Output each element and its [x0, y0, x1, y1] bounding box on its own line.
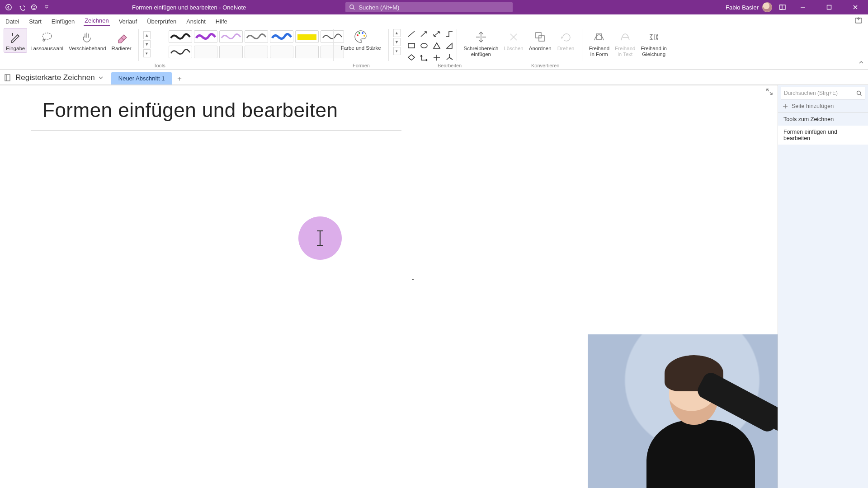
page-list-panel: Seite hinzufügen Tools zum Zeichnen Form…: [778, 85, 868, 488]
page-canvas[interactable]: Formen einfügen und bearbeiten: [0, 85, 778, 488]
add-page-label: Seite hinzufügen: [792, 103, 834, 109]
svg-point-17: [421, 43, 427, 48]
title-underline: [31, 131, 401, 131]
webcam-person: [642, 352, 741, 488]
shape-axes-2d[interactable]: [431, 52, 442, 62]
pen-gallery-up[interactable]: ▲: [143, 31, 151, 39]
btn-schreibbereich-label: Schreibbereich einfügen: [464, 46, 499, 57]
shape-right-triangle[interactable]: [444, 41, 455, 51]
tool-lasso[interactable]: Lassoauswahl: [28, 28, 66, 53]
btn-schreibbereich[interactable]: Schreibbereich einfügen: [462, 28, 501, 59]
page-search[interactable]: [781, 87, 865, 99]
svg-point-9: [42, 33, 52, 39]
back-icon[interactable]: [5, 3, 13, 11]
group-label-konvertieren: Konvertieren: [531, 63, 559, 68]
page-title[interactable]: Formen einfügen und bearbeiten: [42, 99, 338, 122]
add-section-tab[interactable]: ＋: [174, 73, 185, 84]
close-button[interactable]: [845, 0, 865, 14]
pen-gallery-more[interactable]: ▾: [143, 49, 151, 57]
svg-point-3: [34, 6, 35, 7]
pen-1[interactable]: [169, 30, 192, 43]
pen-gallery-down[interactable]: ▼: [143, 40, 151, 48]
collapse-ribbon-icon[interactable]: [858, 59, 864, 67]
shape-arrow[interactable]: [419, 29, 429, 39]
lasso-icon: [39, 29, 55, 45]
shape-ellipse[interactable]: [419, 41, 429, 51]
pen-8[interactable]: [169, 46, 192, 58]
svg-point-2: [33, 6, 33, 7]
avatar: [762, 2, 772, 12]
menu-verlauf[interactable]: Verlauf: [118, 16, 138, 26]
shape-gallery-more[interactable]: ▾: [393, 47, 401, 55]
notebook-picker[interactable]: Registerkarte Zeichnen: [4, 73, 103, 84]
pen-empty-2[interactable]: [219, 46, 243, 58]
shape-elbow[interactable]: [444, 29, 455, 39]
pen-4[interactable]: [245, 30, 268, 43]
account-button[interactable]: Fabio Basler: [726, 2, 772, 12]
btn-anordnen[interactable]: Anordnen: [527, 28, 554, 59]
tool-verschiebehand[interactable]: Verschiebehand: [66, 28, 108, 53]
undo-icon[interactable]: [17, 3, 25, 11]
ribbon-group-konvertieren: Freihand in Form Freihand in Text Freiha…: [583, 26, 673, 70]
global-search-input[interactable]: [359, 4, 509, 11]
global-search[interactable]: [345, 2, 513, 12]
pen-3[interactable]: [219, 30, 243, 43]
pen-empty-3[interactable]: [245, 46, 268, 58]
hand-icon: [80, 29, 95, 45]
btn-freihand-form[interactable]: Freihand in Form: [587, 28, 612, 59]
pen-2[interactable]: [194, 30, 217, 43]
separator: [333, 29, 334, 61]
tool-verschiebehand-label: Verschiebehand: [69, 46, 106, 52]
pen-empty-1[interactable]: [194, 46, 217, 58]
shape-double-arrow[interactable]: [431, 29, 442, 39]
ink-to-shape-icon: [591, 29, 607, 45]
page-search-input[interactable]: [784, 90, 856, 96]
shape-rect[interactable]: [406, 41, 417, 51]
menu-hilfe[interactable]: Hilfe: [215, 16, 228, 26]
svg-point-22: [857, 91, 861, 94]
share-icon[interactable]: [854, 16, 863, 25]
section-tab-1[interactable]: Neuer Abschnitt 1: [111, 72, 172, 84]
pen-empty-5[interactable]: [295, 46, 319, 58]
menu-datei[interactable]: Datei: [5, 16, 20, 26]
window-layout-icon[interactable]: [778, 3, 787, 11]
btn-freihand-gleichung[interactable]: Freihand in Gleichung: [638, 28, 669, 59]
shape-line[interactable]: [406, 29, 417, 39]
menu-einfuegen[interactable]: Einfügen: [51, 16, 75, 26]
fullscreen-icon[interactable]: [766, 88, 773, 97]
notebook-icon: [4, 74, 12, 82]
pen-6[interactable]: [295, 30, 319, 43]
qat-dropdown-icon[interactable]: [42, 3, 51, 11]
main-area: Formen einfügen und bearbeiten Seite hin…: [0, 85, 868, 488]
shape-triangle[interactable]: [431, 41, 442, 51]
btn-freihand-text-label: Freihand in Text: [615, 46, 635, 57]
menu-ueberpruefen[interactable]: Überprüfen: [146, 16, 177, 26]
menu-bar: Datei Start Einfügen Zeichnen Verlauf Üb…: [0, 14, 868, 26]
page-list-item-0[interactable]: Tools zum Zeichnen: [778, 113, 868, 126]
tool-eingabe[interactable]: Eingabe: [4, 28, 27, 53]
user-name: Fabio Basler: [726, 4, 759, 11]
menu-ansicht[interactable]: Ansicht: [185, 16, 207, 26]
minimize-button[interactable]: [793, 0, 813, 14]
insert-space-icon: [473, 29, 489, 45]
touch-mode-icon[interactable]: [30, 3, 38, 11]
btn-freihand-gleichung-label: Freihand in Gleichung: [641, 46, 667, 57]
svg-point-15: [363, 35, 365, 37]
pen-empty-4[interactable]: [270, 46, 293, 58]
menu-zeichnen[interactable]: Zeichnen: [84, 15, 109, 26]
shape-gallery-up[interactable]: ▲: [393, 29, 401, 37]
shape-axes-3d[interactable]: [444, 52, 455, 62]
menu-start[interactable]: Start: [28, 16, 42, 26]
shape-axes-xy[interactable]: [419, 52, 429, 62]
color-thickness-button[interactable]: Farbe und Stärke: [338, 28, 384, 52]
page-list-item-1[interactable]: Formen einfügen und bearbeiten: [778, 126, 868, 145]
shape-gallery-down[interactable]: ▼: [393, 38, 401, 46]
svg-rect-5: [780, 5, 785, 9]
add-page-button[interactable]: Seite hinzufügen: [778, 99, 868, 113]
pen-5[interactable]: [270, 30, 293, 43]
shape-diamond[interactable]: [406, 52, 417, 62]
svg-rect-11: [297, 34, 316, 40]
tool-radierer[interactable]: Radierer: [109, 28, 134, 53]
svg-rect-19: [539, 36, 544, 41]
maximize-button[interactable]: [819, 0, 839, 14]
